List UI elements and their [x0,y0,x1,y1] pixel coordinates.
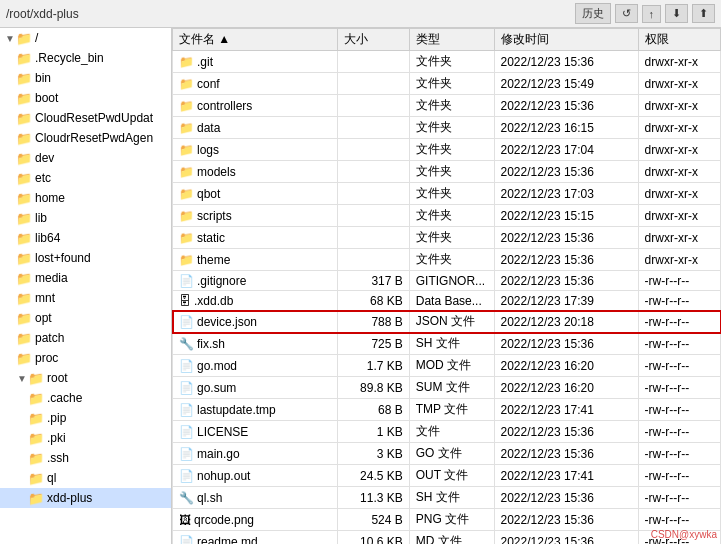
sidebar-item-label: proc [35,351,58,365]
table-row[interactable]: 📁 conf 文件夹 2022/12/23 15:49 drwxr-xr-x [173,73,721,95]
file-icon: 📄 [179,469,194,483]
sidebar-item-label: ql [47,471,56,485]
table-row[interactable]: 📁 controllers 文件夹 2022/12/23 15:36 drwxr… [173,95,721,117]
col-header-name[interactable]: 文件名 ▲ [173,29,338,51]
sidebar-item-mnt[interactable]: 📁 mnt [0,288,171,308]
col-header-date[interactable]: 修改时间 [494,29,638,51]
download-button[interactable]: ⬇ [665,4,688,23]
file-type-cell: 文件夹 [409,205,494,227]
toolbar-right: 历史 ↺ ↑ ⬇ ⬆ [575,3,716,24]
table-row[interactable]: 📁 data 文件夹 2022/12/23 16:15 drwxr-xr-x [173,117,721,139]
watermark: CSDN@xywka [651,529,717,540]
file-size-cell [337,73,409,95]
table-row[interactable]: 📄 device.json 788 B JSON 文件 2022/12/23 2… [173,311,721,333]
table-row[interactable]: 📄 go.sum 89.8 KB SUM 文件 2022/12/23 16:20… [173,377,721,399]
table-row[interactable]: 📄 main.go 3 KB GO 文件 2022/12/23 15:36 -r… [173,443,721,465]
table-row[interactable]: 📄 nohup.out 24.5 KB OUT 文件 2022/12/23 17… [173,465,721,487]
file-perm-cell: -rw-r--r-- [638,487,720,509]
sidebar-item-cloudresetpwd1[interactable]: 📁 CloudResetPwdUpdat [0,108,171,128]
sidebar-item-bin[interactable]: 📁 bin [0,68,171,88]
sidebar-item-pki[interactable]: 📁 .pki [0,428,171,448]
file-name-label: .git [197,55,213,69]
upload-button[interactable]: ⬆ [692,4,715,23]
file-type-cell: PNG 文件 [409,509,494,531]
file-type-cell: 文件夹 [409,249,494,271]
refresh-button[interactable]: ↺ [615,4,638,23]
sidebar-item-recycle-bin[interactable]: 📁 .Recycle_bin [0,48,171,68]
file-name-label: logs [197,143,219,157]
table-row[interactable]: 🗄 .xdd.db 68 KB Data Base... 2022/12/23 … [173,291,721,311]
file-perm-cell: -rw-r--r-- [638,377,720,399]
sidebar-item-label: root [47,371,68,385]
sidebar: ▼ 📁 / 📁 .Recycle_bin 📁 bin 📁 boot 📁 Clou… [0,28,172,544]
table-row[interactable]: 📄 go.mod 1.7 KB MOD 文件 2022/12/23 16:20 … [173,355,721,377]
table-row[interactable]: 📁 scripts 文件夹 2022/12/23 15:15 drwxr-xr-… [173,205,721,227]
sidebar-item-ssh[interactable]: 📁 .ssh [0,448,171,468]
table-row[interactable]: 📄 .gitignore 317 B GITIGNOR... 2022/12/2… [173,271,721,291]
col-header-type[interactable]: 类型 [409,29,494,51]
file-name-cell: 📁 .git [173,51,338,73]
file-icon: 📄 [179,425,194,439]
file-date-cell: 2022/12/23 15:36 [494,161,638,183]
table-row[interactable]: 📄 lastupdate.tmp 68 B TMP 文件 2022/12/23 … [173,399,721,421]
table-row[interactable]: 📄 readme.md 10.6 KB MD 文件 2022/12/23 15:… [173,531,721,545]
sidebar-item-root[interactable]: ▼ 📁 / [0,28,171,48]
file-name-cell: 📄 go.mod [173,355,338,377]
up-button[interactable]: ↑ [642,5,662,23]
sidebar-item-cloudresetpwd2[interactable]: 📁 CloudrResetPwdAgen [0,128,171,148]
sidebar-item-label: .pip [47,411,66,425]
file-name-cell: 🔧 fix.sh [173,333,338,355]
sidebar-item-dev[interactable]: 📁 dev [0,148,171,168]
table-row[interactable]: 🔧 fix.sh 725 B SH 文件 2022/12/23 15:36 -r… [173,333,721,355]
col-header-size[interactable]: 大小 [337,29,409,51]
sidebar-item-label: boot [35,91,58,105]
sidebar-item-lib[interactable]: 📁 lib [0,208,171,228]
table-row[interactable]: 📁 qbot 文件夹 2022/12/23 17:03 drwxr-xr-x [173,183,721,205]
sidebar-item-ql[interactable]: 📁 ql [0,468,171,488]
folder-icon: 📁 [179,143,194,157]
file-date-cell: 2022/12/23 17:39 [494,291,638,311]
sidebar-item-label: / [35,31,38,45]
file-type-cell: JSON 文件 [409,311,494,333]
file-size-cell: 89.8 KB [337,377,409,399]
folder-icon: 📁 [16,50,32,66]
table-row[interactable]: 🖼 qrcode.png 524 B PNG 文件 2022/12/23 15:… [173,509,721,531]
file-name-cell: 📁 models [173,161,338,183]
table-row[interactable]: 📁 logs 文件夹 2022/12/23 17:04 drwxr-xr-x [173,139,721,161]
sidebar-item-root-dir[interactable]: ▼ 📁 root [0,368,171,388]
col-header-perm[interactable]: 权限 [638,29,720,51]
file-size-cell: 1 KB [337,421,409,443]
sidebar-item-cache[interactable]: 📁 .cache [0,388,171,408]
sidebar-item-etc[interactable]: 📁 etc [0,168,171,188]
sidebar-item-media[interactable]: 📁 media [0,268,171,288]
folder-icon: 📁 [16,110,32,126]
sidebar-item-patch[interactable]: 📁 patch [0,328,171,348]
sidebar-item-opt[interactable]: 📁 opt [0,308,171,328]
history-button[interactable]: 历史 [575,3,611,24]
sidebar-item-xdd-plus[interactable]: 📁 xdd-plus [0,488,171,508]
table-row[interactable]: 📁 .git 文件夹 2022/12/23 15:36 drwxr-xr-x [173,51,721,73]
folder-icon: 📁 [16,150,32,166]
folder-icon: 📁 [179,121,194,135]
table-row[interactable]: 📄 LICENSE 1 KB 文件 2022/12/23 15:36 -rw-r… [173,421,721,443]
sidebar-item-pip[interactable]: 📁 .pip [0,408,171,428]
table-row[interactable]: 📁 models 文件夹 2022/12/23 15:36 drwxr-xr-x [173,161,721,183]
folder-icon: 📁 [179,187,194,201]
file-icon: 📄 [179,403,194,417]
table-row[interactable]: 🔧 ql.sh 11.3 KB SH 文件 2022/12/23 15:36 -… [173,487,721,509]
file-size-cell: 11.3 KB [337,487,409,509]
file-size-cell [337,117,409,139]
table-row[interactable]: 📁 static 文件夹 2022/12/23 15:36 drwxr-xr-x [173,227,721,249]
file-date-cell: 2022/12/23 15:36 [494,531,638,545]
sidebar-item-proc[interactable]: 📁 proc [0,348,171,368]
sidebar-item-home[interactable]: 📁 home [0,188,171,208]
table-row[interactable]: 📁 theme 文件夹 2022/12/23 15:36 drwxr-xr-x [173,249,721,271]
sidebar-item-label: bin [35,71,51,85]
file-name-label: models [197,165,236,179]
sidebar-item-boot[interactable]: 📁 boot [0,88,171,108]
sidebar-item-lost-found[interactable]: 📁 lost+found [0,248,171,268]
file-pane: 文件名 ▲ 大小 类型 修改时间 权限 📁 .git 文件夹 2022/12/2… [172,28,721,544]
sidebar-item-lib64[interactable]: 📁 lib64 [0,228,171,248]
file-name-cell: 📁 data [173,117,338,139]
file-name-cell: 📁 logs [173,139,338,161]
